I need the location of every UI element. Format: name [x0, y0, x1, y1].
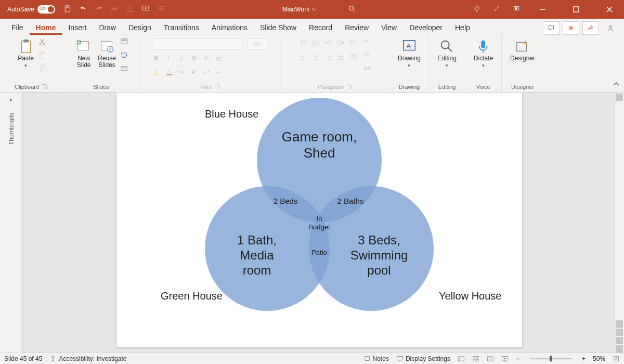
maximize-button[interactable]: [566, 0, 587, 19]
dialog-launcher-icon[interactable]: [214, 84, 220, 90]
scrollbar-thumb[interactable]: [616, 94, 623, 101]
spacing-icon[interactable]: AV: [215, 54, 224, 64]
tab-draw[interactable]: Draw: [93, 20, 122, 35]
display-settings-button[interactable]: Display Settings: [396, 355, 450, 362]
redo-icon[interactable]: [95, 5, 103, 15]
scroll-up-double-icon[interactable]: [616, 320, 623, 328]
underline-icon[interactable]: U: [178, 54, 186, 64]
font-color-icon[interactable]: A: [165, 68, 174, 78]
highlight-icon[interactable]: [153, 68, 161, 78]
italic-icon[interactable]: I: [165, 54, 174, 64]
tab-insert[interactable]: Insert: [62, 20, 93, 35]
close-button[interactable]: [599, 0, 620, 19]
tab-animations[interactable]: Animations: [205, 20, 254, 35]
reuse-slides-button[interactable]: Reuse Slides: [96, 37, 118, 70]
numbering-icon[interactable]: 123: [312, 38, 320, 49]
align-right-icon[interactable]: [324, 53, 333, 63]
copy-icon[interactable]: [38, 51, 46, 61]
tab-developer[interactable]: Developer: [403, 20, 449, 35]
paste-button[interactable]: Paste ▾: [16, 37, 36, 69]
shrink-font-icon[interactable]: A: [203, 68, 211, 78]
slide-counter[interactable]: Slide 45 of 45: [4, 355, 42, 362]
qat-icon[interactable]: [110, 5, 119, 15]
layout-icon[interactable]: [120, 37, 128, 48]
zoom-in-button[interactable]: +: [582, 355, 586, 362]
editing-button[interactable]: Editing ▾: [435, 37, 459, 69]
notes-button[interactable]: Notes: [363, 355, 389, 362]
qat-icon[interactable]: [126, 5, 134, 15]
document-title[interactable]: MiscWork: [282, 6, 317, 13]
grow-font-icon[interactable]: A: [190, 68, 199, 78]
from-beginning-icon[interactable]: [141, 5, 150, 15]
dialog-launcher-icon[interactable]: [346, 84, 353, 90]
dictate-button[interactable]: Dictate ▾: [472, 37, 495, 69]
cut-icon[interactable]: [38, 37, 46, 48]
slide-canvas[interactable]: Blue House Green House Yellow House Game…: [23, 93, 624, 353]
diamond-icon[interactable]: [473, 5, 480, 14]
shadow-icon[interactable]: ab: [203, 54, 211, 64]
tab-design[interactable]: Design: [122, 20, 158, 35]
minimize-button[interactable]: [532, 0, 553, 19]
comments-button[interactable]: [543, 21, 560, 35]
columns-icon[interactable]: [349, 53, 358, 63]
reset-icon[interactable]: [120, 51, 128, 61]
smartart-icon[interactable]: [363, 64, 371, 75]
view-reading-icon[interactable]: [487, 355, 494, 362]
search-button[interactable]: [348, 5, 356, 15]
bullets-icon[interactable]: [300, 38, 308, 49]
drawing-button[interactable]: A Drawing ▾: [396, 37, 423, 69]
new-slide-button[interactable]: New Slide: [74, 37, 94, 70]
window-mode-icon[interactable]: [513, 5, 520, 14]
tab-slideshow[interactable]: Slide Show: [254, 20, 303, 35]
font-size-combo[interactable]: 18▾: [248, 38, 268, 50]
indent-right-icon[interactable]: [337, 38, 345, 49]
view-sorter-icon[interactable]: [472, 355, 479, 362]
tab-file[interactable]: File: [5, 20, 30, 35]
slide[interactable]: Blue House Green House Yellow House Game…: [116, 93, 522, 347]
strike-icon[interactable]: S: [190, 54, 199, 64]
align-center-icon[interactable]: [312, 53, 320, 63]
clear-format-icon[interactable]: A: [215, 68, 224, 78]
align-left-icon[interactable]: [300, 53, 308, 63]
undo-icon[interactable]: [79, 5, 87, 15]
view-normal-icon[interactable]: [458, 355, 465, 362]
change-case-icon[interactable]: Aa: [178, 68, 186, 78]
section-icon[interactable]: [120, 64, 128, 75]
tab-review[interactable]: Review: [339, 20, 375, 35]
tab-record[interactable]: Record: [303, 20, 339, 35]
justify-icon[interactable]: [337, 53, 345, 63]
qat-overflow-icon[interactable]: [157, 5, 165, 15]
tab-help[interactable]: Help: [449, 20, 476, 35]
zoom-level[interactable]: 50%: [593, 355, 605, 362]
scroll-down-icon[interactable]: [616, 337, 623, 344]
font-family-combo[interactable]: [153, 38, 241, 50]
autosave-toggle[interactable]: AutoSave On: [7, 5, 55, 14]
share-button[interactable]: [582, 21, 599, 35]
format-painter-icon[interactable]: [38, 64, 46, 75]
zoom-slider[interactable]: [530, 358, 571, 359]
zoom-out-button[interactable]: −: [516, 355, 519, 362]
tab-home[interactable]: Home: [30, 20, 62, 35]
save-icon[interactable]: [63, 5, 72, 15]
bold-icon[interactable]: B: [153, 54, 161, 64]
text-direction-icon[interactable]: llA: [363, 37, 371, 48]
record-button[interactable]: [563, 21, 579, 35]
view-slideshow-icon[interactable]: [501, 355, 509, 362]
sparkle-icon[interactable]: [493, 5, 500, 14]
vertical-scrollbar[interactable]: [615, 93, 624, 353]
thumbnail-pane[interactable]: ▸ Thumbnails: [0, 93, 23, 353]
indent-left-icon[interactable]: [324, 38, 333, 49]
collapse-ribbon-icon[interactable]: [613, 81, 620, 90]
line-spacing-icon[interactable]: [349, 38, 358, 49]
fit-to-window-icon[interactable]: [613, 355, 620, 362]
scroll-down-double-icon[interactable]: [616, 345, 623, 353]
account-button[interactable]: [602, 21, 619, 35]
venn-diagram[interactable]: Blue House Green House Yellow House Game…: [116, 93, 522, 347]
align-text-icon[interactable]: [363, 51, 371, 61]
scroll-up-icon[interactable]: [616, 329, 623, 336]
designer-button[interactable]: Designer: [508, 37, 537, 63]
accessibility-status[interactable]: Accessibility: Investigate: [49, 355, 126, 362]
tab-transitions[interactable]: Transitions: [158, 20, 205, 35]
dialog-launcher-icon[interactable]: [41, 84, 47, 90]
tab-view[interactable]: View: [375, 20, 403, 35]
